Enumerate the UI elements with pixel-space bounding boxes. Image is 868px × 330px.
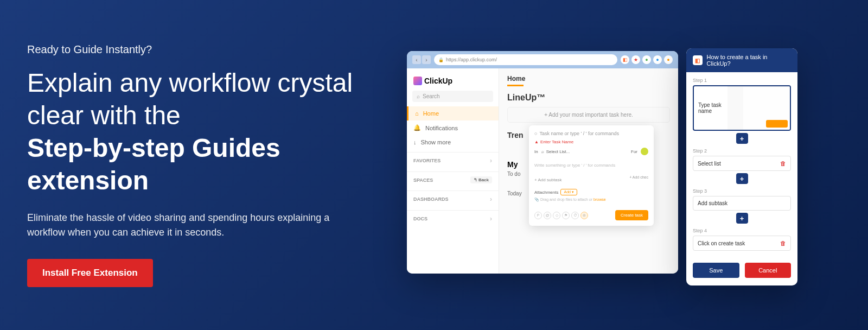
extension-icon[interactable]: ● (653, 55, 662, 64)
footer-icon[interactable]: P (534, 212, 542, 219)
clickup-logo-text: ClickUp (424, 77, 452, 85)
browse-link[interactable]: browse (593, 198, 606, 201)
add-checklist-button[interactable]: + Add chec (629, 175, 648, 185)
for-label: For (631, 149, 637, 154)
clickup-logo-icon (413, 77, 422, 85)
nav-label: Home (423, 110, 439, 117)
sidebar-item-home[interactable]: ⌂ Home (407, 106, 499, 120)
in-label: In (534, 149, 538, 154)
step-text: Select list (698, 161, 721, 167)
breadcrumb: Home (507, 75, 670, 82)
hero-subtext: Eliminate the hassle of video sharing an… (27, 211, 353, 240)
bell-icon: 🔔 (413, 124, 421, 131)
install-extension-button[interactable]: Install Free Extension (27, 259, 153, 287)
step-label: Step 1 (693, 78, 791, 83)
section-label: DASHBOARDS (413, 196, 449, 202)
back-arrow-icon[interactable]: ‹ (412, 55, 421, 64)
clickup-mockup: ‹ › 🔒 https://app.clickup.com/ ◧ ★ ● ● ●… (407, 51, 678, 274)
error-text: Enter Task Name (540, 139, 573, 144)
add-step-button[interactable]: + (736, 213, 748, 224)
task-placeholder: Task name or type ' / ' for commands (539, 131, 619, 136)
warning-icon: ▲ (534, 139, 539, 144)
section-label: SPACES (413, 177, 433, 183)
trash-icon[interactable]: 🗑 (780, 160, 786, 167)
chevron-right-icon: › (490, 157, 492, 164)
step-text: Type task name (694, 99, 727, 117)
hero-eyebrow: Ready to Guide Instantly? (27, 43, 407, 56)
step-card[interactable]: Add subtask (693, 196, 791, 211)
add-important-task[interactable]: + Add your most important task here. (507, 107, 670, 123)
sidebar-section-favorites[interactable]: FAVORITES › (407, 152, 499, 169)
step-label: Step 3 (693, 188, 791, 194)
add-step-button[interactable]: + (736, 173, 748, 184)
sidebar-section-spaces[interactable]: SPACES ↰ Back (407, 172, 499, 188)
add-attachment-button[interactable]: Add ▾ (560, 189, 577, 195)
clickup-sidebar: ClickUp ⌕ Search ⌂ Home 🔔 Notifications … (407, 68, 499, 274)
clickup-logo[interactable]: ClickUp (407, 74, 499, 91)
hero-headline: Explain any workflow crystal clear with … (27, 67, 407, 197)
section-label: DOCS (413, 216, 427, 221)
sidebar-item-show-more[interactable]: ↓ Show more (407, 135, 499, 149)
lock-icon: 🔒 (438, 58, 444, 62)
guide-logo-icon: ◧ (693, 55, 703, 65)
attachments-label: Attachments (534, 190, 558, 195)
extension-icon[interactable]: ● (664, 55, 673, 64)
chevron-right-icon: › (490, 195, 492, 203)
add-step-button[interactable]: + (736, 133, 748, 144)
url-text: https://app.clickup.com/ (446, 57, 497, 62)
nav-label: Notifications (425, 125, 458, 131)
footer-icon[interactable]: @ (544, 212, 551, 219)
sidebar-section-dashboards[interactable]: DASHBOARDS › (407, 191, 499, 207)
paperclip-icon: 📎 (534, 198, 539, 201)
extension-icon[interactable]: ★ (631, 55, 640, 64)
nav-label: Show more (421, 139, 451, 145)
select-list-text: Select List... (546, 149, 570, 154)
search-icon: ⌕ (417, 93, 420, 99)
footer-icon[interactable]: ⊕ (580, 212, 588, 219)
sidebar-section-docs[interactable]: DOCS › (407, 210, 499, 227)
home-icon: ⌂ (415, 110, 419, 117)
section-label: FAVORITES (413, 158, 441, 163)
search-placeholder: Search (423, 93, 440, 99)
headline-bold: Step-by-step Guides extension (27, 132, 407, 197)
select-list-dropdown[interactable]: ⌕ Select List... (541, 149, 628, 154)
browser-chrome: ‹ › 🔒 https://app.clickup.com/ ◧ ★ ● ● ● (407, 51, 678, 68)
footer-icon[interactable]: ⏱ (571, 212, 579, 219)
search-icon: ⌕ (541, 149, 544, 154)
create-task-button[interactable]: Create task (615, 210, 648, 220)
step-label: Step 4 (693, 228, 791, 233)
add-subtask-button[interactable]: + Add subtask (534, 175, 561, 185)
extension-icon[interactable]: ◧ (621, 55, 629, 64)
step-text: Click on create task (698, 240, 745, 246)
step-screenshot (727, 86, 790, 130)
chevron-down-icon: ↓ (413, 139, 417, 145)
save-button[interactable]: Save (693, 263, 739, 278)
extension-icon[interactable]: ● (642, 55, 651, 64)
assignee-avatar[interactable] (641, 148, 648, 155)
drag-drop-hint: 📎 Drag and drop files to attach or brows… (534, 198, 648, 202)
chevron-right-icon: › (490, 215, 492, 223)
lineup-title: LineUp™ (507, 93, 670, 103)
back-button[interactable]: ↰ Back (470, 176, 492, 183)
url-bar[interactable]: 🔒 https://app.clickup.com/ (434, 54, 617, 65)
trash-icon[interactable]: 🗑 (780, 240, 786, 246)
breadcrumb-underline (507, 85, 524, 86)
footer-icon[interactable]: ◇ (553, 212, 560, 219)
guide-editor-panel: ◧ How to create a task in ClickUp? Step … (686, 48, 797, 285)
search-input[interactable]: ⌕ Search (412, 91, 493, 102)
cancel-button[interactable]: Cancel (745, 263, 792, 278)
step-text: Add subtask (698, 200, 727, 206)
step-card[interactable]: Type task name (693, 85, 791, 131)
task-name-input[interactable]: ○ Task name or type ' / ' for commands (534, 131, 648, 136)
step-card[interactable]: Click on create task 🗑 (693, 236, 791, 251)
create-task-modal: ○ Task name or type ' / ' for commands ▲… (529, 125, 654, 226)
forward-arrow-icon[interactable]: › (422, 55, 431, 64)
footer-icon[interactable]: ⚑ (562, 212, 570, 219)
headline-regular: Explain any workflow crystal clear with … (27, 68, 353, 130)
clickup-main: Home LineUp™ + Add your most important t… (499, 68, 678, 274)
step-card[interactable]: Select list 🗑 (693, 156, 791, 171)
task-description-input[interactable]: Write something or type ' / ' for comman… (534, 160, 648, 171)
sidebar-item-notifications[interactable]: 🔔 Notifications (407, 120, 499, 135)
guide-title: How to create a task in ClickUp? (707, 54, 791, 67)
task-error: ▲ Enter Task Name (534, 139, 648, 144)
